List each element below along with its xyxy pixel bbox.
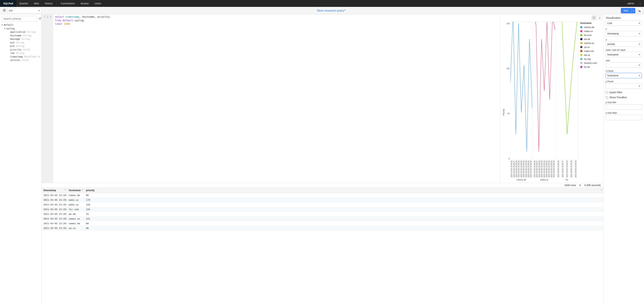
schema-column[interactable]: hostname String (2, 34, 40, 37)
editor-code[interactable]: select timestamp, hostname, priority fro… (53, 14, 500, 183)
viz-x-label: x (606, 28, 642, 30)
schema-column[interactable]: timestamp DateTime('UTC') (2, 55, 40, 58)
table-row[interactable]: 2021-03-05 23:39:2we.de33 (42, 212, 603, 216)
search-schema-input[interactable] (2, 16, 37, 22)
viz-color-label: color / line for each (606, 49, 642, 51)
chart-toggle-button[interactable] (637, 8, 642, 13)
run-dropdown-button[interactable]: ▾ (631, 8, 635, 13)
legend-item[interactable]: for.de (580, 66, 602, 68)
table-row[interactable]: 2021-03-05 23:39:2names.de90 (42, 193, 603, 198)
current-user[interactable]: admin (625, 2, 636, 5)
viz-yfacet-label: y Facet (606, 80, 642, 83)
legend-item[interactable]: we.us (580, 54, 602, 56)
svg-rect-3 (556, 22, 578, 160)
nav-users[interactable]: Users (92, 0, 104, 7)
chart-facet: 2021-03-05 23:39:262021-03-05 23:39:2720… (556, 22, 578, 181)
chart-legend: Hostname names.demake.usfor.comwe.dename… (578, 22, 602, 181)
viz-xfacet-label: x Facet (606, 69, 642, 72)
chevron-down-icon: ▼ (38, 9, 40, 11)
nav-access[interactable]: Access (78, 0, 92, 7)
column-header[interactable]: timestamp⇅ (42, 188, 67, 193)
schema-column[interactable]: mid String (2, 41, 40, 44)
column-header[interactable]: hostname⇅ (67, 188, 84, 193)
viz-size-select[interactable]: ▼ (606, 62, 642, 68)
ymin-input[interactable] (606, 104, 642, 110)
run-button[interactable]: Run (621, 8, 631, 13)
nav-queries[interactable]: Queries (16, 0, 31, 7)
kebab-menu-icon[interactable]: ⋮ (636, 2, 644, 5)
viz-xfacet-select[interactable]: hostname▼ (606, 73, 642, 78)
column-header[interactable]: priority⇅ (84, 188, 603, 193)
query-timing: 0.396 seconds (584, 184, 601, 187)
chart-preview: Priority 150100500 2021-03-05 23:39:2620… (500, 14, 603, 183)
viz-y-select[interactable]: priority▼ (606, 41, 642, 47)
schema-sidebar: ▾default ▾syslog application Stringhostn… (0, 14, 42, 305)
nav-divider (56, 2, 57, 5)
chart-facet: 2021-03-05 23:39:262021-03-05 23:39:2720… (510, 22, 532, 181)
legend-item[interactable]: names.de (580, 26, 602, 28)
schema-column[interactable]: pid String (2, 44, 40, 48)
download-results-icon[interactable] (579, 184, 582, 187)
nav-history[interactable]: History (42, 0, 56, 7)
sql-editor[interactable]: 1 2 3 select timestamp, hostname, priori… (42, 14, 500, 183)
ymin-label: y Axis Min (606, 101, 642, 104)
viz-size-label: size (606, 59, 642, 62)
viz-type-select[interactable]: Line▼ (606, 20, 642, 26)
viz-panel-title: Visualization (606, 16, 642, 19)
refresh-schema-button[interactable] (38, 16, 42, 21)
schema-db-node[interactable]: ▾default (2, 23, 40, 27)
svg-point-0 (4, 9, 6, 10)
quick-filter-checkbox[interactable] (606, 91, 608, 94)
trendline-checkbox[interactable] (606, 96, 608, 99)
table-row[interactable]: 2021-03-05 23:39:2names.de84 (42, 221, 603, 226)
viz-x-select[interactable]: timestamp▼ (606, 31, 642, 36)
chart-facet: 2021-03-05 23:39:262021-03-05 23:39:2720… (533, 22, 555, 181)
legend-item[interactable]: for.com (580, 34, 602, 36)
connection-select[interactable]: CH ▼ (7, 8, 42, 13)
table-row[interactable]: 2021-03-05 23:39:2make.us156 (42, 202, 603, 207)
table-row[interactable]: 2021-03-05 23:39:2make.us170 (42, 198, 603, 202)
brand-logo: SQLPad (0, 0, 16, 7)
nav-new[interactable]: New (31, 0, 42, 7)
legend-item[interactable]: random.com (580, 62, 602, 64)
ymax-label: y Axis Max (606, 111, 642, 114)
schema-tree: ▾default ▾syslog application Stringhostn… (2, 23, 40, 304)
nav-connections[interactable]: Connections (58, 0, 78, 7)
legend-item[interactable]: we.de (580, 38, 602, 40)
legend-item[interactable]: names.us (580, 42, 602, 44)
top-nav: SQLPad Queries New History Connections A… (0, 0, 644, 7)
trendline-label: Show Trendline (610, 96, 627, 99)
legend-item[interactable]: make.net (580, 50, 602, 52)
database-icon (2, 9, 7, 12)
schema-column[interactable]: application String (2, 30, 40, 34)
open-chart-icon[interactable] (592, 15, 596, 20)
viz-color-select[interactable]: hostname▼ (606, 52, 642, 57)
schema-column[interactable]: priority Int16 (2, 48, 40, 51)
download-chart-icon[interactable] (597, 15, 602, 20)
query-title[interactable]: New unsaved query* (317, 9, 346, 12)
chart-y-ticks: 150100500 (505, 22, 510, 181)
ymax-input[interactable] (606, 115, 642, 120)
schema-column[interactable]: version Int16 (2, 58, 40, 62)
results-panel: 1000 rows 0.396 seconds timestamp⇅hostna… (42, 183, 603, 305)
viz-config-panel: Visualization Line▼ x timestamp▼ y prior… (603, 14, 644, 305)
editor-gutter: 1 2 3 (42, 14, 53, 183)
quick-filter-label: Quick Filter (610, 91, 622, 94)
connection-value: CH (9, 9, 12, 12)
table-row[interactable]: 2021-03-05 23:39:2names.us141 (42, 216, 603, 221)
table-row[interactable]: 2021-03-05 23:39:2up.us46 (42, 226, 603, 230)
schema-column[interactable]: raw String (2, 51, 40, 55)
schema-table-node[interactable]: ▾syslog (2, 27, 40, 30)
legend-item[interactable]: make.us (580, 30, 602, 32)
results-table[interactable]: timestamp⇅hostname⇅priority⇅ 2021-03-05 … (42, 188, 603, 305)
viz-yfacet-select[interactable]: ▼ (606, 83, 642, 89)
viz-y-label: y (606, 38, 642, 41)
schema-column[interactable]: message String (2, 37, 40, 41)
chart-y-label: Priority (502, 22, 505, 181)
legend-item[interactable]: for.org (580, 58, 602, 60)
toolbar: CH ▼ New unsaved query* Run ▾ (0, 7, 644, 14)
legend-item[interactable]: up.us (580, 46, 602, 48)
legend-title: Hostname (580, 22, 602, 24)
row-count: 1000 rows (564, 184, 576, 187)
table-row[interactable]: 2021-03-05 23:39:2for.com144 (42, 207, 603, 212)
